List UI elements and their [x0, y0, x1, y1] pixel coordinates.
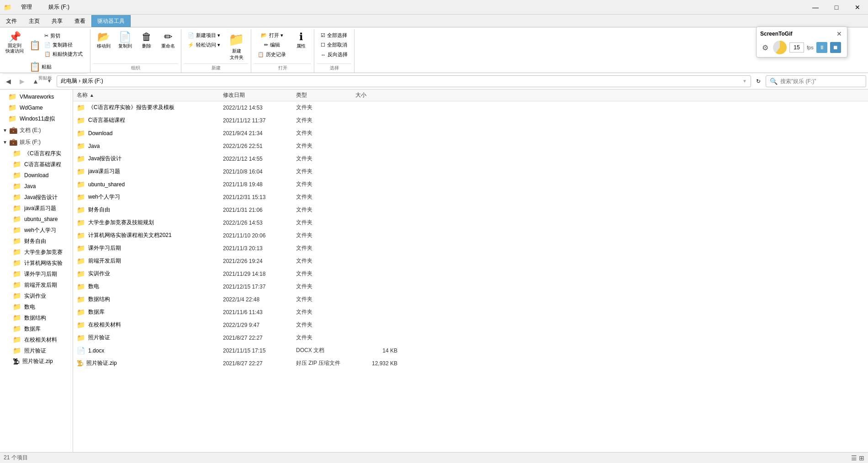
sidebar-item-entertainment-f[interactable]: ▼ 💼 娱乐 (F:): [0, 136, 73, 148]
sidebar-item-frontend[interactable]: 📁 前端开发后期: [0, 279, 73, 290]
table-row[interactable]: 📁 ubuntu_shared 2021/11/8 19:48 文件夹: [73, 178, 868, 191]
easy-access-button[interactable]: ⚡ 轻松访问 ▾: [185, 41, 223, 49]
sidebar-item-competition[interactable]: 📁 大学生参加竞赛: [0, 247, 73, 258]
table-row[interactable]: 📁 大学生参加竞赛及技能规划 2022/1/26 14:53 文件夹: [73, 216, 868, 229]
sidebar-item-c-lang[interactable]: 📁 《C语言程序实: [0, 148, 73, 159]
sidebar-item-download[interactable]: 📁 Download: [0, 170, 73, 181]
sidebar-item-java[interactable]: 📁 Java: [0, 181, 73, 192]
table-row[interactable]: 📁 《C语言程序实验》报告要求及模板 2022/1/12 14:53 文件夹: [73, 101, 868, 114]
paste-shortcut-button[interactable]: 📋 粘贴快捷方式: [42, 50, 85, 58]
table-row[interactable]: 🗜 照片验证.zip 2021/8/27 22:27 好压 ZIP 压缩文件 1…: [73, 357, 868, 370]
table-row[interactable]: 📁 课外学习后期 2021/11/3 20:13 文件夹: [73, 242, 868, 255]
up-button[interactable]: ▲: [29, 75, 42, 88]
sidebar-item-database[interactable]: 📁 数据库: [0, 323, 73, 334]
screentogif-pause-button[interactable]: ⏸: [816, 42, 827, 53]
sidebar-item-ubuntu[interactable]: 📁 ubuntu_share: [0, 214, 73, 225]
ribbon-tab-drive-tools[interactable]: 驱动器工具: [91, 15, 131, 27]
copy-to-button[interactable]: 📄 复制到: [115, 30, 135, 51]
select-none-button[interactable]: ☐ 全部取消: [318, 41, 350, 49]
sidebar-item-weh[interactable]: 📁 weh个人学习: [0, 225, 73, 236]
sidebar-item-windos11[interactable]: 📁 Windos11虚拟: [0, 113, 73, 124]
sidebar-item-java-report[interactable]: 📁 Java报告设计: [0, 192, 73, 203]
forward-button[interactable]: ▶: [16, 75, 28, 88]
sidebar-item-vmwareworks[interactable]: 📁 VMwareworks: [0, 91, 73, 102]
sidebar-item-training[interactable]: 📁 实训作业: [0, 290, 73, 301]
close-button[interactable]: ✕: [847, 0, 868, 15]
screentogif-settings-icon[interactable]: ⚙: [760, 42, 770, 53]
table-row[interactable]: 📁 财务自由 2021/1/31 21:06 文件夹: [73, 204, 868, 216]
ribbon-tab-view[interactable]: 查看: [69, 15, 91, 27]
ribbon-tab-share[interactable]: 共享: [46, 15, 69, 27]
table-row[interactable]: 📁 在校相关材料 2022/1/29 9:47 文件夹: [73, 319, 868, 331]
rename-label: 重命名: [161, 43, 175, 49]
table-row[interactable]: 📁 Java报告设计 2022/1/12 14:55 文件夹: [73, 153, 868, 165]
sidebar-item-network[interactable]: 📁 计算机网络实验: [0, 258, 73, 268]
properties-button[interactable]: ℹ 属性: [291, 30, 311, 51]
sidebar-item-c-basics[interactable]: 📁 C语言基础课程: [0, 159, 73, 170]
sidebar-item-wdgame[interactable]: 📁 WdGame: [0, 102, 73, 113]
table-row[interactable]: 📁 Java 2022/1/26 22:51 文件夹: [73, 140, 868, 153]
back-button[interactable]: ◀: [2, 75, 15, 88]
paste-button[interactable]: 📋 粘贴: [27, 61, 87, 73]
address-bar: ◀ ▶ ▲ ▼ 此电脑 › 娱乐 (F:) ▼ ↻ 🔍: [0, 73, 868, 89]
col-name[interactable]: 名称 ▲: [77, 91, 223, 99]
edit-button[interactable]: ✏ 编辑: [261, 41, 283, 49]
table-row[interactable]: 📁 照片验证 2021/8/27 22:27 文件夹: [73, 331, 868, 344]
copy-path-button[interactable]: 📄 复制路径: [42, 41, 85, 49]
view-list-button[interactable]: ☰: [851, 454, 857, 462]
pin-to-quickaccess-button[interactable]: 📌 固定到快速访问: [3, 30, 26, 56]
table-row[interactable]: 📁 weh个人学习 2021/12/31 15:13 文件夹: [73, 191, 868, 204]
col-type[interactable]: 类型: [296, 91, 355, 99]
ribbon-tab-file[interactable]: 文件: [0, 15, 23, 27]
title-tab-drive[interactable]: 娱乐 (F:): [41, 1, 77, 13]
table-row[interactable]: 📁 计算机网络实验课程相关文档2021 2021/11/10 20:06 文件夹: [73, 229, 868, 242]
recent-locations-button[interactable]: ▼: [43, 75, 56, 88]
sidebar-item-shudian[interactable]: 📁 数电: [0, 301, 73, 312]
table-row[interactable]: 📁 数据结构 2022/1/4 22:48 文件夹: [73, 293, 868, 306]
sidebar-item-docE[interactable]: ▼ 💼 文档 (E:): [0, 124, 73, 136]
cut-button[interactable]: ✂ 剪切: [42, 32, 85, 40]
invert-selection-button[interactable]: ↔ 反向选择: [318, 50, 350, 59]
copy-button[interactable]: 📋 ✂ 剪切 📄 复制路径 📋 粘贴快捷方式: [27, 30, 87, 60]
table-row[interactable]: 📁 数电 2021/12/15 17:37 文件夹: [73, 280, 868, 293]
sidebar-item-school-materials[interactable]: 📁 在校相关材料: [0, 334, 73, 345]
select-all-button[interactable]: ☑ 全部选择: [318, 31, 350, 40]
maximize-button[interactable]: □: [826, 0, 847, 15]
table-row[interactable]: 📄 1.docx 2021/11/15 17:15 DOCX 文档 14 KB: [73, 344, 868, 357]
table-row[interactable]: 📁 数据库 2021/11/6 11:43 文件夹: [73, 306, 868, 319]
table-row[interactable]: 📁 java课后习题 2021/10/8 16:04 文件夹: [73, 165, 868, 178]
history-button[interactable]: 📋 历史记录: [255, 50, 289, 59]
sidebar-item-java-hw[interactable]: 📁 java课后习题: [0, 203, 73, 214]
screentogif-stop-button[interactable]: ⏹: [830, 42, 841, 53]
new-item-button[interactable]: 📄 新建项目 ▾: [185, 31, 223, 40]
sidebar-item-extracurr[interactable]: 📁 课外学习后期: [0, 268, 73, 279]
table-row[interactable]: 📁 Download 2021/9/24 21:34 文件夹: [73, 127, 868, 140]
sidebar-item-photo-verify[interactable]: 📁 照片验证: [0, 345, 73, 356]
sidebar-item-finance[interactable]: 📁 财务自由: [0, 236, 73, 247]
sidebar-item-datastructure[interactable]: 📁 数据结构: [0, 312, 73, 323]
col-size[interactable]: 大小: [355, 91, 401, 99]
table-row[interactable]: 📁 实训作业 2021/11/29 14:18 文件夹: [73, 268, 868, 280]
view-grid-button[interactable]: ⊞: [859, 454, 864, 462]
title-tab-manage[interactable]: 管理: [13, 1, 40, 13]
folder-icon: 📁: [77, 219, 85, 227]
search-input[interactable]: [780, 78, 862, 84]
ribbon-tab-home[interactable]: 主页: [23, 15, 46, 27]
col-date[interactable]: 修改日期: [223, 91, 296, 99]
open-button[interactable]: 📂 打开 ▾: [258, 31, 286, 40]
address-path[interactable]: 此电脑 › 娱乐 (F:) ▼: [57, 75, 751, 87]
table-row[interactable]: 📁 C语言基础课程 2021/11/12 11:37 文件夹: [73, 114, 868, 127]
table-row[interactable]: 📁 前端开发后期 2021/2/26 19:24 文件夹: [73, 255, 868, 268]
sidebar-item-photo-zip[interactable]: 🗜 照片验证.zip: [0, 356, 73, 367]
file-type-cell: 文件夹: [296, 193, 355, 201]
minimize-button[interactable]: —: [805, 0, 826, 15]
refresh-button[interactable]: ↻: [752, 75, 765, 88]
screentogif-close-button[interactable]: ✕: [835, 30, 843, 38]
file-name-text: 计算机网络实验课程相关文档2021: [88, 232, 172, 239]
screentogif-fps-input[interactable]: [789, 42, 804, 53]
new-folder-button[interactable]: 📁 新建文件夹: [225, 30, 248, 63]
rename-icon: ✏: [164, 32, 172, 42]
delete-button[interactable]: 🗑 删除: [136, 30, 157, 51]
rename-button[interactable]: ✏ 重命名: [158, 30, 178, 51]
move-to-button[interactable]: 📂 移动到: [93, 30, 114, 51]
